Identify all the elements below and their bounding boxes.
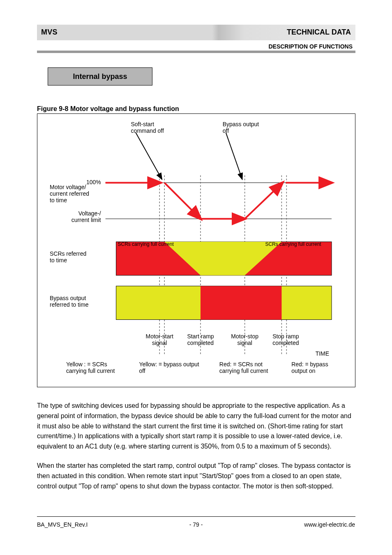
leg2b: off (139, 368, 145, 374)
x0b: signal (152, 340, 167, 346)
row1-lc: to time (50, 197, 67, 204)
leg3b: carrying full current (219, 368, 268, 374)
time-label: TIME (316, 350, 329, 357)
svg-line-9 (226, 133, 242, 180)
figure-label: Figure 9-8 Motor voltage and bypass func… (37, 104, 179, 113)
leg4b: output on (291, 368, 315, 374)
diagram-box: 100% Voltage-/ current limit Soft-start … (37, 113, 355, 387)
section-chip: Internal bypass (48, 67, 152, 86)
x1b: completed (187, 340, 214, 346)
x2b: signal (237, 340, 252, 346)
callout1-l2: command off (131, 127, 164, 134)
footer-line (37, 516, 355, 517)
body-p1: The type of switching devices used for b… (37, 401, 355, 452)
y-bottom-b: current limit (71, 217, 101, 223)
row2-la: SCRs referred (50, 250, 86, 257)
x0a: Motor-start (146, 333, 174, 340)
body-p2: When the starter has completed the start… (37, 461, 355, 491)
header-right: TECHNICAL DATA (287, 28, 351, 37)
row3-lb: referred to time (50, 301, 89, 308)
leg4a: Red: = bypass (291, 361, 328, 368)
bypass-bar (116, 286, 332, 320)
row2-lb: to time (50, 257, 67, 264)
body-text: The type of switching devices used for b… (37, 401, 355, 500)
row1-lb: current referred (50, 190, 89, 197)
y-bottom-a: Voltage-/ (78, 210, 101, 217)
leg1b: carrying full current (66, 368, 115, 374)
leg2a: Yellow: = bypass output (139, 361, 199, 368)
x3b: completed (272, 340, 299, 346)
row3-la: Bypass output (50, 295, 86, 301)
callout2-l2: off (223, 127, 229, 134)
subheader-bar (37, 51, 355, 53)
diagram-svg: 100% Voltage-/ current limit Soft-start … (37, 114, 355, 387)
callout1-l1: Soft-start (131, 121, 154, 127)
svg-line-13 (245, 183, 283, 219)
footer-right: www.igel-electric.de (304, 521, 355, 528)
svg-line-11 (164, 183, 201, 219)
svg-rect-18 (201, 286, 281, 320)
scr-left-label: SCRs carrying full current (118, 241, 174, 247)
y-top: 100% (86, 179, 101, 185)
scr-right-label: SCRs carrying full current (265, 241, 321, 247)
leg1a: Yellow : = SCRs (66, 361, 107, 368)
leg3a: Red: = SCRs not (219, 361, 263, 368)
svg-line-8 (136, 133, 162, 180)
x2a: Motor-stop (231, 333, 258, 340)
x3a: Stop ramp (272, 333, 299, 340)
row1-la: Motor voltage/ (50, 184, 86, 190)
callout2-l1: Bypass output (223, 121, 259, 127)
figure-number: Figure 9-8 (37, 105, 68, 112)
subheader-text: DESCRIPTION OF FUNCTIONS (268, 43, 353, 50)
header-left: MVS (41, 28, 58, 37)
x1a: Start ramp (187, 333, 214, 340)
figure-title: Motor voltage and bypass function (70, 105, 179, 112)
